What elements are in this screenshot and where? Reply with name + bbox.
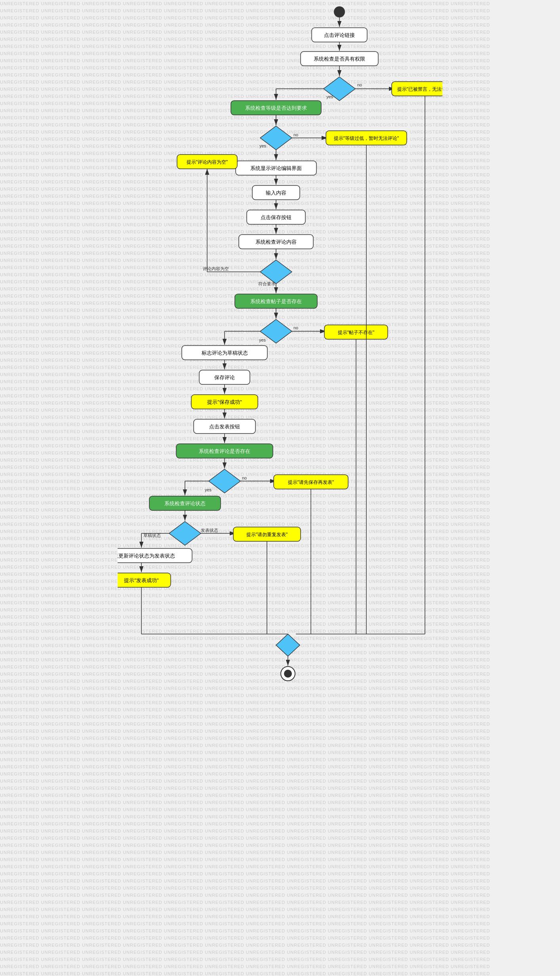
- node-post-not-exist-label: 提示"帖子不存在": [338, 330, 375, 335]
- diagram-container: 点击评论链接 系统检查是否具有权限 yes no 系统检查等级是否达到要求 提示…: [118, 0, 442, 976]
- node-click-comment-label: 点击评论链接: [324, 32, 355, 38]
- label-comply: 符合要求: [258, 281, 276, 286]
- diamond-content: [260, 260, 292, 284]
- label-no-3: no: [293, 325, 298, 330]
- label-yes-2: yes: [259, 143, 267, 148]
- label-no-4: no: [242, 476, 247, 480]
- label-no-2: no: [293, 132, 298, 137]
- node-check-comment-exist-label: 系统检查评论是否存在: [199, 448, 250, 454]
- label-draft: 草稿状态: [143, 533, 161, 538]
- end-node-inner: [284, 670, 292, 678]
- node-click-publish-label: 点击发表按钮: [209, 424, 240, 430]
- diamond-comment-exist: [209, 469, 240, 493]
- node-banned-label: 提示"已被禁言，无法评论": [397, 86, 442, 92]
- label-no-1: no: [357, 82, 362, 87]
- start-node: [334, 6, 345, 17]
- node-click-save-label: 点击保存按钮: [261, 214, 291, 220]
- node-check-post-label: 系统检查帖子是否存在: [250, 298, 302, 304]
- node-show-editor-label: 系统显示评论编辑界面: [250, 165, 302, 171]
- label-published: 发表状态: [201, 528, 218, 533]
- node-empty-content-label: 提示"评论内容为空": [187, 159, 228, 165]
- node-update-status-label: 系统更新评论状态为发表状态: [118, 553, 175, 559]
- node-publish-success-label: 提示"发表成功": [124, 577, 159, 583]
- node-check-content-label: 系统检查评论内容: [255, 239, 297, 245]
- node-input-content-label: 输入内容: [266, 190, 286, 196]
- node-check-permission-label: 系统检查是否具有权限: [314, 56, 365, 62]
- node-mark-draft-label: 标志评论为草稿状态: [201, 350, 248, 356]
- node-check-level-label: 系统检查等级是否达到要求: [245, 105, 307, 111]
- node-save-success-label: 提示"保存成功": [207, 399, 242, 405]
- flowchart-svg: 点击评论链接 系统检查是否具有权限 yes no 系统检查等级是否达到要求 提示…: [118, 0, 442, 976]
- node-save-first-label: 提示"请先保存再发表": [288, 479, 334, 485]
- node-save-comment-label: 保存评论: [214, 374, 235, 380]
- node-no-repost-label: 提示"请勿重复发表": [246, 532, 288, 537]
- node-check-comment-status-label: 系统检查评论状态: [164, 500, 206, 506]
- node-level-low-label: 提示"等级过低，暂时无法评论": [334, 136, 399, 141]
- label-yes-4: yes: [205, 487, 212, 492]
- diamond-status: [169, 521, 201, 545]
- label-yes-1: yes: [326, 94, 333, 99]
- label-empty: 评论内容为空: [203, 266, 229, 271]
- diamond-end: [276, 634, 300, 656]
- label-yes-3: yes: [259, 338, 266, 342]
